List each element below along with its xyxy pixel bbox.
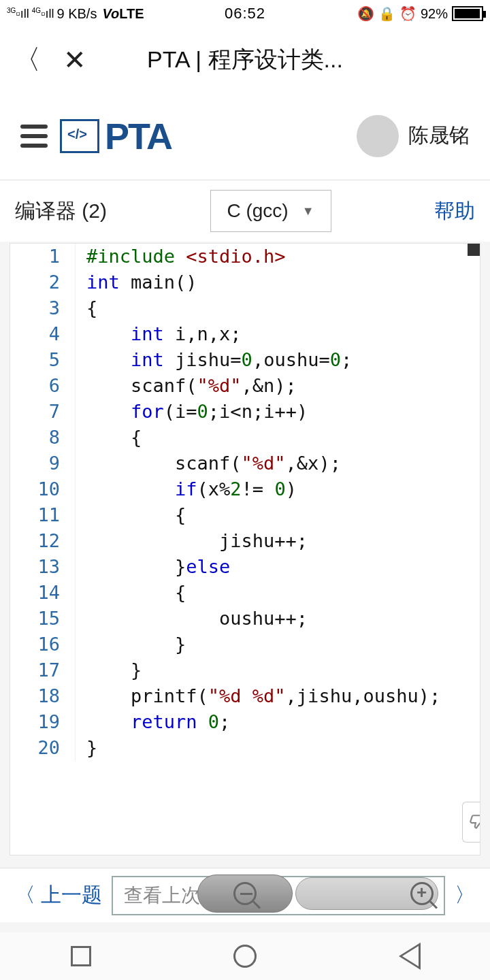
code-line[interactable]: 15 oushu++; bbox=[10, 606, 480, 632]
zoom-out-icon bbox=[233, 882, 257, 905]
code-content[interactable]: if(x%2!= 0) bbox=[76, 476, 297, 502]
code-content[interactable]: { bbox=[76, 502, 186, 528]
code-content[interactable]: }else bbox=[76, 554, 230, 580]
feedback-tab[interactable] bbox=[462, 802, 480, 843]
status-time: 06:52 bbox=[225, 5, 265, 22]
browser-bar: 〈 ✕ PTA | 程序设计类... bbox=[0, 27, 490, 92]
code-content[interactable]: } bbox=[76, 632, 186, 657]
home-button[interactable] bbox=[233, 945, 257, 968]
next-question-link[interactable]: 〉 bbox=[455, 881, 475, 909]
line-number: 7 bbox=[10, 399, 76, 425]
line-number: 13 bbox=[10, 554, 76, 580]
zoom-control[interactable] bbox=[200, 875, 438, 913]
recent-apps-button[interactable] bbox=[71, 946, 91, 966]
line-number: 10 bbox=[10, 476, 76, 502]
system-navbar bbox=[0, 932, 490, 980]
code-editor[interactable]: 1#include <stdio.h>2int main()3{4 int i,… bbox=[10, 243, 480, 855]
code-line[interactable]: 17 } bbox=[10, 657, 480, 683]
code-line[interactable]: 11 { bbox=[10, 502, 480, 528]
hamburger-menu-button[interactable] bbox=[20, 125, 48, 148]
line-number: 3 bbox=[10, 295, 76, 321]
alarm-icon: ⏰ bbox=[399, 5, 416, 22]
code-line[interactable]: 7 for(i=0;i<n;i++) bbox=[10, 399, 480, 425]
code-content[interactable]: { bbox=[76, 580, 186, 606]
line-number: 6 bbox=[10, 373, 76, 399]
code-content[interactable]: int main() bbox=[76, 270, 197, 295]
pta-logo[interactable]: PTA bbox=[60, 115, 172, 157]
status-bar: 3G▫ıll 4G▫ıll 9 KB/s VoLTE 06:52 🔕 🔒 ⏰ 9… bbox=[0, 0, 490, 27]
code-content[interactable]: } bbox=[76, 735, 97, 761]
code-line[interactable]: 16 } bbox=[10, 632, 480, 657]
signal-1-icon: 3G▫ıll bbox=[7, 7, 29, 21]
code-content[interactable]: printf("%d %d",jishu,oushu); bbox=[76, 683, 440, 709]
status-right: 🔕 🔒 ⏰ 92% bbox=[357, 5, 483, 22]
net-speed: 9 KB/s bbox=[56, 6, 97, 22]
code-line[interactable]: 3{ bbox=[10, 295, 480, 321]
browser-close-button[interactable]: ✕ bbox=[61, 44, 88, 76]
code-content[interactable]: oushu++; bbox=[76, 606, 308, 632]
code-line[interactable]: 12 jishu++; bbox=[10, 528, 480, 554]
code-line[interactable]: 20} bbox=[10, 735, 480, 761]
pta-logo-badge-icon bbox=[60, 119, 99, 153]
zoom-track[interactable] bbox=[295, 877, 438, 910]
line-number: 19 bbox=[10, 709, 76, 735]
line-number: 8 bbox=[10, 425, 76, 451]
chevron-down-icon: ▼ bbox=[302, 204, 314, 218]
code-content[interactable]: scanf("%d",&x); bbox=[76, 451, 341, 476]
code-content[interactable]: { bbox=[76, 425, 142, 451]
code-line[interactable]: 6 scanf("%d",&n); bbox=[10, 373, 480, 399]
dnd-icon: 🔕 bbox=[357, 5, 374, 22]
prev-question-link[interactable]: 〈 上一题 bbox=[15, 881, 102, 909]
username: 陈晟铭 bbox=[408, 122, 470, 150]
code-content[interactable]: } bbox=[76, 657, 142, 683]
browser-back-button[interactable]: 〈 bbox=[14, 41, 41, 78]
line-number: 15 bbox=[10, 606, 76, 632]
code-line[interactable]: 9 scanf("%d",&x); bbox=[10, 451, 480, 476]
volte-label: VoLTE bbox=[102, 6, 144, 22]
code-line[interactable]: 18 printf("%d %d",jishu,oushu); bbox=[10, 683, 480, 709]
pta-header: PTA 陈晟铭 bbox=[0, 92, 490, 180]
code-line[interactable]: 8 { bbox=[10, 425, 480, 451]
pta-logo-text: PTA bbox=[105, 115, 172, 157]
compiler-select[interactable]: C (gcc) ▼ bbox=[210, 190, 331, 232]
code-content[interactable]: int jishu=0,oushu=0; bbox=[76, 347, 352, 373]
compiler-label: 编译器 (2) bbox=[15, 197, 107, 225]
battery-icon bbox=[452, 6, 483, 21]
scroll-indicator bbox=[468, 244, 480, 256]
avatar[interactable] bbox=[357, 115, 399, 157]
code-line[interactable]: 5 int jishu=0,oushu=0; bbox=[10, 347, 480, 373]
lock-icon: 🔒 bbox=[378, 5, 395, 22]
bottom-row: 〈 上一题 查看上次提交 〉 bbox=[0, 868, 490, 922]
line-number: 2 bbox=[10, 270, 76, 295]
code-line[interactable]: 10 if(x%2!= 0) bbox=[10, 476, 480, 502]
code-line[interactable]: 19 return 0; bbox=[10, 709, 480, 735]
code-content[interactable]: #include <stdio.h> bbox=[76, 244, 286, 270]
code-line[interactable]: 14 { bbox=[10, 580, 480, 606]
line-number: 5 bbox=[10, 347, 76, 373]
line-number: 16 bbox=[10, 632, 76, 657]
back-button[interactable] bbox=[399, 944, 419, 968]
code-line[interactable]: 13 }else bbox=[10, 554, 480, 580]
battery-pct: 92% bbox=[421, 6, 448, 22]
zoom-out-button[interactable] bbox=[197, 875, 293, 913]
code-content[interactable]: return 0; bbox=[76, 709, 230, 735]
line-number: 12 bbox=[10, 528, 76, 554]
help-link[interactable]: 帮助 bbox=[434, 197, 475, 225]
line-number: 18 bbox=[10, 683, 76, 709]
code-line[interactable]: 1#include <stdio.h> bbox=[10, 244, 480, 270]
line-number: 20 bbox=[10, 735, 76, 761]
line-number: 4 bbox=[10, 321, 76, 347]
code-content[interactable]: { bbox=[76, 295, 97, 321]
line-number: 11 bbox=[10, 502, 76, 528]
code-line[interactable]: 2int main() bbox=[10, 270, 480, 295]
code-line[interactable]: 4 int i,n,x; bbox=[10, 321, 480, 347]
code-content[interactable]: for(i=0;i<n;i++) bbox=[76, 399, 308, 425]
code-content[interactable]: int i,n,x; bbox=[76, 321, 242, 347]
last-submit-button[interactable]: 查看上次提交 bbox=[112, 876, 445, 915]
line-number: 9 bbox=[10, 451, 76, 476]
user-area[interactable]: 陈晟铭 bbox=[357, 115, 470, 157]
compiler-selected: C (gcc) bbox=[227, 200, 288, 222]
code-content[interactable]: scanf("%d",&n); bbox=[76, 373, 297, 399]
code-content[interactable]: jishu++; bbox=[76, 528, 308, 554]
zoom-in-icon[interactable] bbox=[410, 882, 434, 905]
